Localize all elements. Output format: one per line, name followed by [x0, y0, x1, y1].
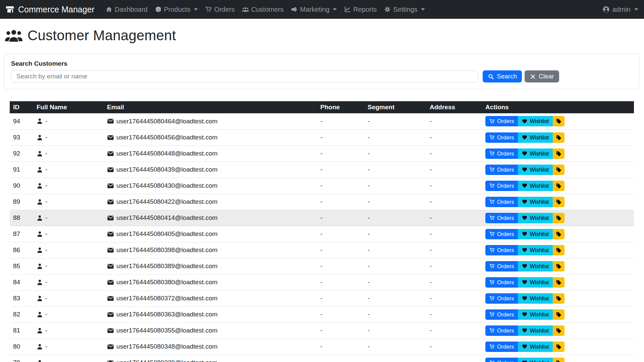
- orders-button[interactable]: Orders: [485, 245, 518, 255]
- heart-icon: [522, 135, 527, 140]
- wishlist-button[interactable]: Wishlist: [518, 213, 553, 223]
- cell-id: 86: [10, 242, 33, 258]
- nav-item-settings[interactable]: Settings: [380, 0, 428, 19]
- cell-actions: Orders Wishlist: [482, 210, 634, 226]
- tag-button[interactable]: [553, 261, 565, 272]
- cell-email: user1764445080398@loadtest.com: [104, 242, 317, 258]
- cart-icon: [489, 247, 495, 253]
- orders-button[interactable]: Orders: [485, 181, 518, 191]
- orders-button[interactable]: Orders: [485, 132, 518, 143]
- nav-item-products[interactable]: Products: [151, 0, 202, 19]
- nav-item-customers[interactable]: Customers: [238, 0, 287, 19]
- row-actions: Orders Wishlist: [485, 309, 565, 320]
- heart-icon: [522, 215, 527, 221]
- orders-button[interactable]: Orders: [485, 261, 518, 272]
- orders-button[interactable]: Orders: [485, 148, 518, 159]
- wishlist-button[interactable]: Wishlist: [518, 132, 553, 143]
- cell-email: user1764445080414@loadtest.com: [104, 210, 317, 226]
- tag-button[interactable]: [553, 132, 565, 143]
- tag-button[interactable]: [553, 342, 565, 352]
- wishlist-button[interactable]: Wishlist: [518, 309, 553, 320]
- tag-button[interactable]: [553, 245, 565, 255]
- tag-button[interactable]: [553, 116, 565, 126]
- cell-email: user1764445080448@loadtest.com: [104, 145, 317, 162]
- tag-button[interactable]: [553, 165, 565, 175]
- cell-email: user1764445080430@loadtest.com: [104, 178, 317, 194]
- orders-button[interactable]: Orders: [485, 358, 518, 362]
- wishlist-button[interactable]: Wishlist: [518, 342, 553, 352]
- column-header-segment: Segment: [364, 101, 426, 113]
- wishlist-button[interactable]: Wishlist: [518, 165, 553, 175]
- tag-icon: [556, 183, 561, 189]
- cell-phone: -: [317, 129, 364, 145]
- search-input[interactable]: [11, 70, 478, 82]
- cell-address: -: [426, 355, 482, 362]
- wishlist-button[interactable]: Wishlist: [518, 245, 553, 255]
- navbar: Commerce Manager Dashboard Products Orde…: [0, 0, 644, 19]
- cell-full-name: -: [33, 162, 104, 178]
- orders-button[interactable]: Orders: [485, 213, 518, 223]
- tag-button[interactable]: [553, 148, 565, 159]
- nav-item-orders[interactable]: Orders: [202, 0, 238, 19]
- cell-full-name: -: [33, 113, 104, 129]
- person-icon: [37, 360, 43, 362]
- wishlist-button[interactable]: Wishlist: [518, 148, 553, 159]
- orders-button[interactable]: Orders: [485, 309, 518, 320]
- wishlist-button[interactable]: Wishlist: [518, 293, 553, 304]
- cell-address: -: [426, 129, 482, 145]
- wishlist-button[interactable]: Wishlist: [518, 358, 553, 362]
- user-menu[interactable]: admin: [602, 6, 638, 13]
- user-menu-label: admin: [612, 6, 631, 13]
- wishlist-button[interactable]: Wishlist: [518, 197, 553, 207]
- column-header-actions: Actions: [482, 101, 634, 113]
- cell-segment: -: [364, 129, 426, 145]
- cell-phone: -: [317, 210, 364, 226]
- tag-icon: [556, 231, 561, 237]
- wishlist-button[interactable]: Wishlist: [518, 229, 553, 239]
- orders-button[interactable]: Orders: [485, 229, 518, 239]
- table-row: 90 - user1764445080430@loadtest.com - - …: [10, 178, 634, 194]
- orders-button[interactable]: Orders: [485, 325, 518, 336]
- person-icon: [37, 344, 43, 350]
- tag-button[interactable]: [553, 325, 565, 336]
- orders-button[interactable]: Orders: [485, 116, 518, 126]
- tag-button[interactable]: [553, 293, 565, 304]
- cell-phone: -: [317, 274, 364, 290]
- cell-email: user1764445080348@loadtest.com: [104, 339, 317, 355]
- wishlist-button[interactable]: Wishlist: [518, 277, 553, 288]
- orders-button[interactable]: Orders: [485, 293, 518, 304]
- tag-button[interactable]: [553, 309, 565, 320]
- nav-item-dashboard[interactable]: Dashboard: [102, 0, 151, 19]
- nav-item-label: Dashboard: [115, 6, 148, 13]
- wishlist-button[interactable]: Wishlist: [518, 116, 553, 126]
- cell-actions: Orders Wishlist: [482, 306, 634, 322]
- orders-button[interactable]: Orders: [485, 277, 518, 288]
- table-header-row: IDFull NameEmailPhoneSegmentAddressActio…: [10, 101, 634, 113]
- tag-button[interactable]: [553, 358, 565, 362]
- clear-button[interactable]: Clear: [525, 70, 559, 82]
- tag-button[interactable]: [553, 277, 565, 288]
- orders-button[interactable]: Orders: [485, 342, 518, 352]
- envelope-icon: [107, 311, 114, 318]
- tag-button[interactable]: [553, 229, 565, 239]
- cell-actions: Orders Wishlist: [482, 178, 634, 194]
- wishlist-button[interactable]: Wishlist: [518, 325, 553, 336]
- row-actions: Orders Wishlist: [485, 261, 565, 272]
- tag-button[interactable]: [553, 213, 565, 223]
- orders-button[interactable]: Orders: [485, 165, 518, 175]
- search-button[interactable]: Search: [483, 70, 522, 82]
- wishlist-button[interactable]: Wishlist: [518, 181, 553, 191]
- nav-item-reports[interactable]: Reports: [340, 0, 380, 19]
- cell-actions: Orders Wishlist: [482, 194, 634, 210]
- page-title-text: Customer Management: [28, 27, 176, 44]
- cell-actions: Orders Wishlist: [482, 129, 634, 145]
- tag-button[interactable]: [553, 197, 565, 207]
- cart-icon: [489, 263, 495, 269]
- cell-segment: -: [364, 290, 426, 306]
- tag-icon: [556, 328, 561, 334]
- orders-button[interactable]: Orders: [485, 197, 518, 207]
- brand-link[interactable]: Commerce Manager: [6, 5, 95, 14]
- tag-button[interactable]: [553, 181, 565, 191]
- wishlist-button[interactable]: Wishlist: [518, 261, 553, 272]
- nav-item-marketing[interactable]: Marketing: [287, 0, 340, 19]
